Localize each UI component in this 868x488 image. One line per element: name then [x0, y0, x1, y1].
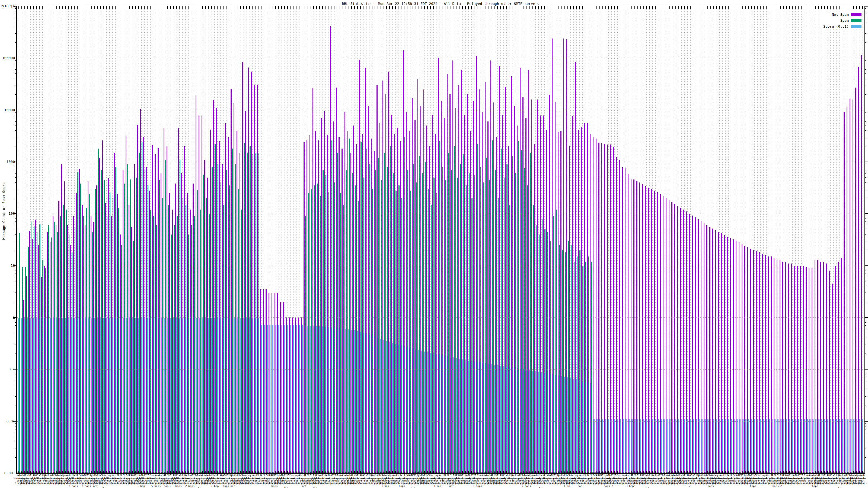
y-minor-tick-right: [865, 183, 866, 183]
x-tick-top: [112, 6, 113, 9]
x-tick-bottom: [515, 470, 516, 473]
y-minor-tick-left: [15, 405, 17, 406]
legend-row-score: Score (0..1): [819, 23, 862, 29]
x-tick-top: [156, 6, 156, 9]
y-minor-tick-right: [865, 33, 866, 34]
y-minor-tick-right: [865, 437, 866, 437]
y-minor-tick-right: [865, 11, 866, 11]
y-minor-tick-left: [15, 322, 17, 323]
x-tick-top: [859, 6, 860, 9]
x-tick-top: [229, 6, 229, 9]
x-sub-label: hops 2: [604, 485, 613, 487]
x-tick-bottom: [86, 470, 86, 473]
y-minor-tick-left: [15, 385, 17, 385]
x-tick-top: [83, 6, 83, 9]
x-tick-bottom: [451, 470, 451, 473]
x-tick-bottom: [121, 470, 121, 473]
x-tick-top: [757, 6, 757, 9]
x-sub-label: 1 hop: [433, 485, 441, 487]
x-tick-bottom: [649, 470, 650, 473]
x-tick-top: [197, 6, 197, 9]
x-sub-label: hops 3: [750, 485, 759, 487]
x-tick-top: [255, 6, 255, 9]
x-tick-bottom: [231, 470, 232, 473]
y-minor-tick-right: [865, 286, 866, 286]
x-tick-bottom: [223, 470, 223, 473]
y-minor-tick-left: [15, 33, 17, 34]
x-tick-top: [503, 6, 504, 9]
x-tick-bottom: [91, 470, 92, 473]
x-tick-top: [407, 6, 407, 9]
x-tick-bottom: [617, 470, 618, 473]
x-tick-top: [673, 6, 673, 9]
x-tick-top: [115, 6, 116, 9]
x-tick-bottom: [614, 470, 615, 473]
x-tick-bottom: [486, 470, 486, 473]
x-tick-bottom: [124, 470, 124, 473]
x-tick-bottom: [699, 470, 699, 473]
x-tick-bottom: [681, 470, 682, 473]
x-tick-top: [211, 6, 212, 9]
x-tick-top: [599, 6, 600, 9]
x-tick-top: [348, 6, 349, 9]
y-minor-tick-left: [15, 277, 17, 278]
x-tick-top: [415, 6, 416, 9]
x-tick-top: [638, 6, 638, 9]
x-tick-top: [430, 6, 431, 9]
x-tick-bottom: [346, 470, 346, 473]
x-tick-bottom: [412, 470, 413, 473]
x-tick-top: [745, 6, 746, 9]
x-tick-top: [629, 6, 629, 9]
x-tick-bottom: [363, 470, 364, 473]
legend: Not Spam Spam Score (0..1): [819, 11, 862, 29]
x-tick-top: [299, 6, 300, 9]
x-tick-bottom: [468, 470, 469, 473]
x-tick-top: [418, 6, 419, 9]
y-minor-tick-left: [15, 286, 17, 286]
y-minor-tick-right: [865, 115, 866, 115]
x-tick-top: [573, 6, 574, 9]
x-tick-top: [59, 6, 60, 9]
x-tick-top: [386, 6, 387, 9]
x-tick-bottom: [68, 470, 69, 473]
legend-swatch-spam: [851, 19, 862, 22]
x-tick-top: [94, 6, 95, 9]
x-tick-bottom: [728, 470, 728, 473]
y-minor-tick-right: [865, 322, 866, 323]
x-tick-bottom: [135, 470, 136, 473]
x-tick-top: [518, 6, 518, 9]
plot-border: [16, 6, 865, 474]
x-tick-bottom: [710, 470, 711, 473]
x-tick-top: [404, 6, 404, 9]
x-tick-top: [626, 6, 626, 9]
x-tick-bottom: [261, 470, 261, 473]
x-tick-bottom: [273, 470, 273, 473]
y-major-tick-right: [865, 162, 868, 162]
x-tick-bottom: [179, 470, 180, 473]
x-tick-bottom: [214, 470, 215, 473]
x-tick-bottom: [427, 470, 428, 473]
x-tick-bottom: [115, 470, 116, 473]
x-tick-bottom: [392, 470, 393, 473]
y-minor-tick-right: [865, 118, 866, 118]
y-minor-tick-left: [15, 268, 17, 268]
x-tick-bottom: [813, 470, 813, 473]
x-tick-bottom: [845, 470, 845, 473]
x-sub-label: hops: [708, 485, 714, 487]
y-minor-tick-left: [15, 18, 17, 18]
x-tick-top: [824, 6, 825, 9]
x-tick-bottom: [842, 470, 842, 473]
y-minor-tick-left: [15, 329, 17, 329]
legend-label-spam: Spam: [840, 19, 849, 23]
x-tick-bottom: [760, 470, 761, 473]
y-axis-title: Message Count or Spam Score: [2, 183, 6, 240]
y-minor-tick-right: [865, 320, 866, 320]
x-tick-top: [77, 6, 78, 9]
x-tick-bottom: [118, 470, 118, 473]
x-tick-top: [769, 6, 769, 9]
x-tick-top: [643, 6, 644, 9]
x-tick-top: [235, 6, 235, 9]
x-tick-top: [766, 6, 767, 9]
x-tick-top: [748, 6, 749, 9]
x-tick-top: [97, 6, 98, 9]
